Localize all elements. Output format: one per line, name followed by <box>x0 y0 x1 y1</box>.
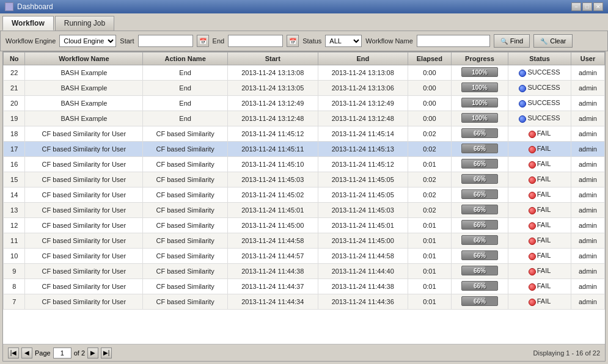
success-icon <box>519 85 526 92</box>
window-controls: − □ ✕ <box>571 2 603 11</box>
cell-user: admin <box>571 96 604 111</box>
close-button[interactable]: ✕ <box>593 2 603 11</box>
engine-select[interactable]: Cloud Engine <box>59 35 116 47</box>
status-select[interactable]: ALL SUCCESS FAIL RUNNING <box>325 35 362 47</box>
cell-status: SUCCESS <box>508 65 571 81</box>
cell-user: admin <box>571 65 604 81</box>
table-row[interactable]: 14CF based Similarity for UserCF based S… <box>4 187 605 203</box>
cell-end: 2013-11-24 11:44:36 <box>318 294 408 310</box>
fail-icon <box>529 161 536 169</box>
cell-progress: 66% <box>451 172 508 187</box>
cell-status: FAIL <box>508 203 571 218</box>
maximize-button[interactable]: □ <box>582 2 592 11</box>
fail-icon <box>529 299 536 306</box>
start-label: Start <box>120 37 134 45</box>
end-input[interactable] <box>228 35 283 47</box>
next-page-button[interactable]: ▶ <box>87 348 98 359</box>
progress-bar: 66% <box>461 296 498 306</box>
fail-icon <box>529 283 536 291</box>
col-no: No <box>4 53 25 65</box>
progress-bar: 66% <box>461 128 498 138</box>
fail-icon <box>529 146 536 153</box>
cell-start: 2013-11-24 11:44:57 <box>228 249 318 264</box>
cell-user: admin <box>571 142 604 157</box>
cell-action-name: End <box>143 81 228 96</box>
progress-bar: 66% <box>461 281 498 291</box>
table-row[interactable]: 12CF based Similarity for UserCF based S… <box>4 218 605 233</box>
page-input[interactable] <box>53 348 71 359</box>
progress-bar: 100% <box>461 98 498 107</box>
start-calendar-button[interactable]: 📅 <box>197 35 209 47</box>
start-input[interactable] <box>138 35 193 47</box>
cell-status: FAIL <box>508 279 571 294</box>
tab-workflow[interactable]: Workflow <box>2 16 54 31</box>
find-icon: 🔍 <box>500 38 508 45</box>
table-row[interactable]: 8CF based Similarity for UserCF based Si… <box>4 279 605 294</box>
cell-workflow-name: BASH Example <box>25 81 143 96</box>
first-page-button[interactable]: |◀ <box>8 348 19 359</box>
cell-elapsed: 0:00 <box>408 81 452 96</box>
cell-status: FAIL <box>508 172 571 187</box>
table-row[interactable]: 10CF based Similarity for UserCF based S… <box>4 249 605 264</box>
cell-user: admin <box>571 172 604 187</box>
tab-running-job[interactable]: Running Job <box>55 16 114 31</box>
cell-status: SUCCESS <box>508 96 571 111</box>
end-label: End <box>213 37 225 45</box>
progress-bar: 66% <box>461 266 498 275</box>
cell-progress: 100% <box>451 111 508 126</box>
table-row[interactable]: 21BASH ExampleEnd2013-11-24 13:13:052013… <box>4 81 605 96</box>
table-row[interactable]: 20BASH ExampleEnd2013-11-24 13:12:492013… <box>4 96 605 111</box>
cell-progress: 66% <box>451 218 508 233</box>
table-row[interactable]: 13CF based Similarity for UserCF based S… <box>4 203 605 218</box>
cell-start: 2013-11-24 11:44:58 <box>228 233 318 249</box>
cell-start: 2013-11-24 11:45:02 <box>228 187 318 203</box>
minimize-button[interactable]: − <box>571 2 581 11</box>
table-row[interactable]: 19BASH ExampleEnd2013-11-24 13:12:482013… <box>4 111 605 126</box>
table-row[interactable]: 17CF based Similarity for UserCF based S… <box>4 142 605 157</box>
table-body: 22BASH ExampleEnd2013-11-24 13:13:082013… <box>4 65 605 310</box>
progress-text: 100% <box>462 83 497 92</box>
cell-action-name: CF based Similarity <box>143 157 228 172</box>
cell-elapsed: 0:01 <box>408 294 452 310</box>
last-page-button[interactable]: ▶| <box>101 348 112 359</box>
col-action-name: Action Name <box>143 53 228 65</box>
cell-end: 2013-11-24 11:45:05 <box>318 172 408 187</box>
data-table: No Workflow Name Action Name Start End E… <box>3 52 605 310</box>
table-row[interactable]: 11CF based Similarity for UserCF based S… <box>4 233 605 249</box>
cell-no: 16 <box>4 157 25 172</box>
end-calendar-button[interactable]: 📅 <box>287 35 299 47</box>
cell-start: 2013-11-24 11:44:37 <box>228 279 318 294</box>
progress-text: 100% <box>462 68 497 76</box>
table-row[interactable]: 18CF based Similarity for UserCF based S… <box>4 126 605 142</box>
progress-bar: 66% <box>461 144 498 153</box>
table-row[interactable]: 15CF based Similarity for UserCF based S… <box>4 172 605 187</box>
cell-user: admin <box>571 81 604 96</box>
cell-user: admin <box>571 218 604 233</box>
cell-progress: 66% <box>451 264 508 279</box>
table-row[interactable]: 22BASH ExampleEnd2013-11-24 13:13:082013… <box>4 65 605 81</box>
cell-action-name: CF based Similarity <box>143 172 228 187</box>
cell-action-name: CF based Similarity <box>143 249 228 264</box>
clear-icon: 🔧 <box>540 38 548 45</box>
cell-user: admin <box>571 264 604 279</box>
progress-bar: 66% <box>461 174 498 184</box>
prev-page-button[interactable]: ◀ <box>21 348 32 359</box>
table-wrapper: No Workflow Name Action Name Start End E… <box>3 52 605 344</box>
find-button[interactable]: 🔍 Find <box>494 34 530 48</box>
table-row[interactable]: 9CF based Similarity for UserCF based Si… <box>4 264 605 279</box>
cell-workflow-name: CF based Similarity for User <box>25 218 143 233</box>
cell-workflow-name: CF based Similarity for User <box>25 126 143 142</box>
cell-start: 2013-11-24 11:45:03 <box>228 172 318 187</box>
col-user: User <box>571 53 604 65</box>
clear-button[interactable]: 🔧 Clear <box>533 34 573 48</box>
cell-progress: 66% <box>451 142 508 157</box>
cell-elapsed: 0:01 <box>408 279 452 294</box>
cell-no: 17 <box>4 142 25 157</box>
cell-status: FAIL <box>508 142 571 157</box>
table-row[interactable]: 7CF based Similarity for UserCF based Si… <box>4 294 605 310</box>
fail-icon <box>529 222 536 230</box>
workflow-name-input[interactable] <box>417 35 490 47</box>
cell-no: 11 <box>4 233 25 249</box>
table-row[interactable]: 16CF based Similarity for UserCF based S… <box>4 157 605 172</box>
cell-action-name: CF based Similarity <box>143 187 228 203</box>
